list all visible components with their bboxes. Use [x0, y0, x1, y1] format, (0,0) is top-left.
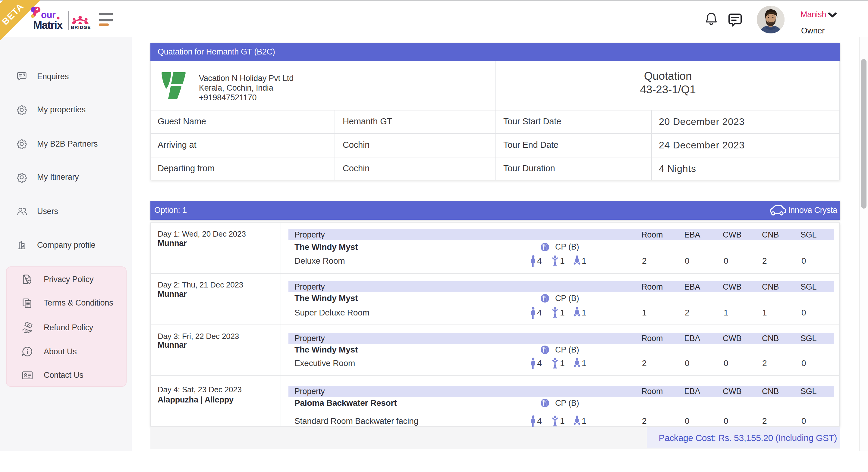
- svg-text:Matrix: Matrix: [33, 19, 63, 31]
- svg-text:our: our: [41, 10, 56, 20]
- svg-text:BRIDGE: BRIDGE: [71, 25, 91, 30]
